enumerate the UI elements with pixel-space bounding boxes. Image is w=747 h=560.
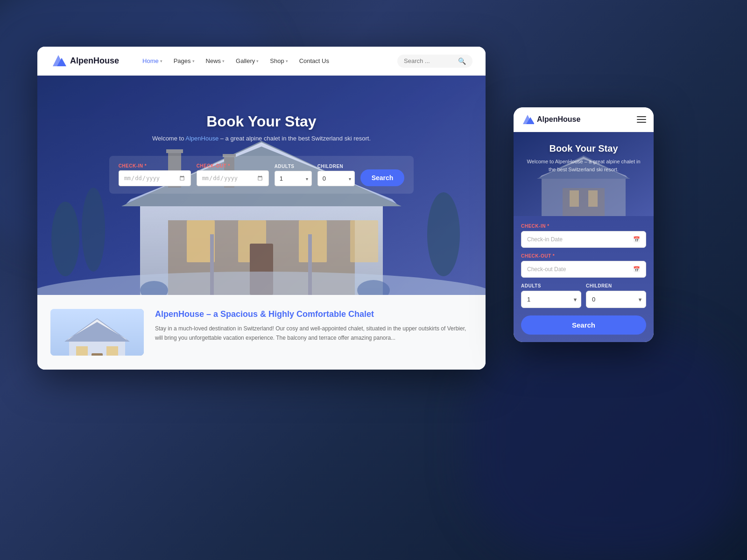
svg-rect-38	[570, 190, 579, 207]
logo-text: AlpenHouse	[70, 56, 119, 66]
logo-area: AlpenHouse	[50, 54, 119, 68]
svg-point-19	[427, 192, 460, 276]
svg-rect-20	[210, 234, 214, 295]
search-icon-button[interactable]: 🔍	[458, 57, 466, 65]
mobile-hero-content: Book Your Stay Welcome to AlpenHouse – a…	[514, 132, 654, 173]
hamburger-menu[interactable]	[637, 116, 646, 123]
svg-point-4	[82, 188, 105, 272]
mobile-header: AlpenHouse	[514, 107, 654, 132]
nav-item-contact[interactable]: Contact Us	[295, 55, 334, 67]
mobile-mockup: AlpenHouse	[514, 107, 654, 342]
content-image	[50, 309, 144, 356]
content-body: Stay in a much-loved destination in Swit…	[155, 324, 472, 342]
hamburger-line-2	[637, 119, 646, 120]
svg-rect-15	[299, 220, 327, 262]
mobile-children-select[interactable]: 0	[586, 291, 646, 308]
mobile-checkin-label: CHECK-IN *	[521, 224, 646, 229]
svg-point-3	[51, 202, 79, 276]
desktop-mockup: AlpenHouse Home ▾ Pages ▾ News ▾ Gallery…	[37, 47, 486, 370]
mobile-hero: Book Your Stay Welcome to AlpenHouse – a…	[514, 132, 654, 216]
logo-icon	[50, 54, 66, 68]
mobile-logo-text: AlpenHouse	[537, 115, 580, 124]
svg-rect-39	[588, 190, 598, 207]
content-text: AlpenHouse – a Spacious & Highly Comfort…	[155, 309, 472, 356]
nav-item-pages[interactable]: Pages ▾	[169, 55, 199, 67]
checkout-input[interactable]	[197, 170, 269, 186]
mobile-checkin-group: CHECK-IN * Check-in Date 📅	[521, 224, 646, 248]
mobile-logo-area: AlpenHouse	[521, 114, 580, 125]
mobile-search-button[interactable]: Search	[521, 315, 646, 335]
mobile-adults-select-wrap: 1 ▾	[521, 291, 581, 308]
nav-item-gallery[interactable]: Gallery ▾	[231, 55, 263, 67]
svg-rect-29	[92, 353, 103, 356]
mobile-adults-label: ADULTS	[521, 283, 581, 288]
svg-rect-21	[308, 234, 312, 295]
svg-rect-28	[106, 346, 118, 356]
adults-label: ADULTS	[275, 164, 312, 169]
checkin-input[interactable]	[119, 170, 191, 186]
calendar-icon: 📅	[633, 236, 640, 243]
nav-item-news[interactable]: News ▾	[201, 55, 230, 67]
hero-title: Book Your Stay	[206, 113, 316, 130]
hero-subtitle-link[interactable]: AlpenHouse	[185, 135, 218, 142]
mobile-checkout-label: CHECK-OUT *	[521, 253, 646, 259]
mobile-checkout-group: CHECK-OUT * Check-out Date 📅	[521, 253, 646, 278]
hamburger-line-1	[637, 116, 646, 117]
checkout-label: CHECK-OUT *	[197, 163, 269, 168]
mobile-booking-form: CHECK-IN * Check-in Date 📅 CHECK-OUT * C…	[514, 216, 654, 342]
mobile-hero-subtitle: Welcome to AlpenHouse – a great alpine c…	[514, 158, 654, 173]
hamburger-line-3	[637, 122, 646, 123]
hero-section: Book Your Stay Welcome to AlpenHouse – a…	[37, 76, 486, 295]
checkin-label: CHECK-IN *	[119, 163, 191, 168]
adults-select-wrap: 1 2 3 4	[275, 171, 312, 186]
search-input[interactable]	[404, 57, 455, 64]
mobile-adults-group: ADULTS 1 ▾	[521, 283, 581, 308]
content-title: AlpenHouse – a Spacious & Highly Comfort…	[155, 309, 472, 320]
mobile-checkin-input[interactable]: Check-in Date 📅	[521, 231, 646, 248]
hero-subtitle: Welcome to AlpenHouse – a great alpine c…	[152, 135, 371, 142]
svg-rect-37	[563, 188, 605, 216]
children-select[interactable]: 0 1 2 3	[317, 171, 355, 186]
booking-form: CHECK-IN * CHECK-OUT * ADULTS	[109, 156, 414, 194]
desktop-search-button[interactable]: Search	[360, 169, 405, 186]
mobile-checkout-input[interactable]: Check-out Date 📅	[521, 261, 646, 278]
hero-content: Book Your Stay Welcome to AlpenHouse – a…	[37, 76, 486, 194]
mobile-adults-select[interactable]: 1	[521, 291, 581, 308]
checkout-group: CHECK-OUT *	[197, 163, 269, 186]
svg-rect-27	[76, 346, 88, 356]
scene: AlpenHouse Home ▾ Pages ▾ News ▾ Gallery…	[0, 0, 747, 560]
content-section: AlpenHouse – a Spacious & Highly Comfort…	[37, 295, 486, 370]
children-group: CHILDREN 0 1 2 3	[317, 164, 355, 186]
navbar: AlpenHouse Home ▾ Pages ▾ News ▾ Gallery…	[37, 47, 486, 76]
mobile-adults-children-row: ADULTS 1 ▾ CHILDREN 0 ▾	[521, 283, 646, 314]
nav-item-home[interactable]: Home ▾	[138, 55, 167, 67]
adults-group: ADULTS 1 2 3 4	[275, 164, 312, 186]
nav-item-shop[interactable]: Shop ▾	[265, 55, 292, 67]
navbar-search[interactable]: 🔍	[397, 55, 472, 68]
svg-rect-16	[350, 220, 378, 262]
mobile-children-group: CHILDREN 0 ▾	[586, 283, 646, 308]
mobile-children-label: CHILDREN	[586, 283, 646, 288]
calendar-icon-2: 📅	[633, 266, 640, 273]
checkin-group: CHECK-IN *	[119, 163, 191, 186]
children-label: CHILDREN	[317, 164, 355, 169]
mobile-hero-title: Book Your Stay	[549, 143, 618, 154]
adults-select[interactable]: 1 2 3 4	[275, 171, 312, 186]
children-select-wrap: 0 1 2 3	[317, 171, 355, 186]
mobile-logo-icon	[521, 114, 534, 125]
content-house-image	[50, 309, 144, 356]
mobile-children-select-wrap: 0 ▾	[586, 291, 646, 308]
nav-links: Home ▾ Pages ▾ News ▾ Gallery ▾ Shop ▾	[138, 55, 388, 67]
